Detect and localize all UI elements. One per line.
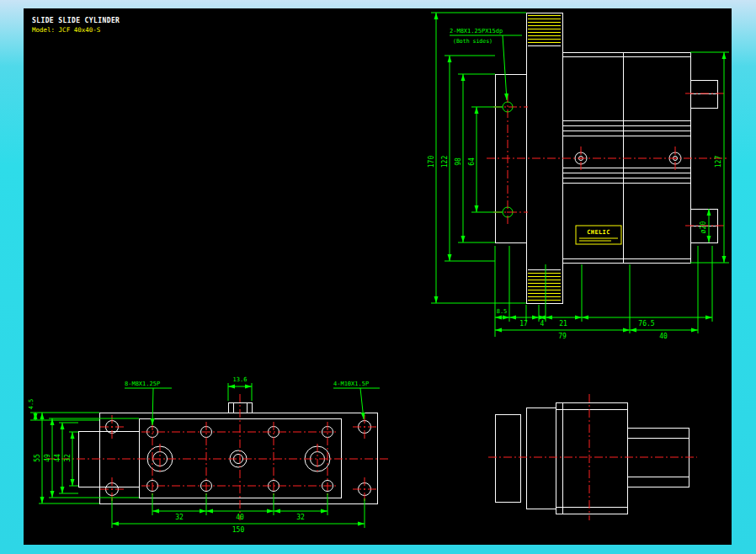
dim-4-label: 4 (540, 320, 545, 328)
dim-64-label: 64 (468, 157, 476, 166)
dim-49-label: 49 (44, 454, 51, 462)
dim-44-label: 44 (54, 454, 61, 462)
cad-screenshot: SLIDE SLIDE CYLINDER Model: JCF 40x40-S (0, 0, 756, 554)
dim-55-label: 55 (34, 454, 41, 462)
dim-40-label: 40 (236, 514, 244, 521)
dim-98-label: 98 (455, 157, 462, 166)
dim-21-label: 21 (559, 320, 567, 328)
m8-callout-label: 8-M8X1.25P (125, 381, 160, 387)
dim-17-label: 17 (519, 320, 528, 328)
dim-122-label: 122 (441, 156, 449, 168)
dim-rod-dia-label: ø20 (700, 221, 707, 234)
thread-callout-note: (Both sides) (453, 38, 492, 45)
dim-8-5-label: 8.5 (497, 308, 508, 315)
dim-150-label: 150 (232, 526, 245, 534)
dim-32a-label: 32 (175, 514, 184, 521)
model-label: Model: JCF 40x40-S (32, 26, 101, 34)
dim-4-5-label: 4.5 (28, 399, 35, 410)
dim-40-label: 40 (659, 333, 668, 340)
brand-label-text: CHELIC (587, 229, 610, 236)
dim-32-left-label: 32 (64, 454, 72, 462)
dim-76-5-label: 76.5 (638, 320, 654, 328)
dim-79-label: 79 (558, 333, 567, 340)
dim-32b-label: 32 (296, 514, 305, 521)
m10-callout-label: 4-M10X1.5P (333, 381, 369, 387)
thread-callout-label: 2-M8X1.25PX15dp (450, 28, 503, 35)
drawing-title: SLIDE SLIDE CYLINDER (32, 17, 120, 24)
dim-170-label: 170 (428, 156, 435, 168)
dim-13-6-label: 13.6 (233, 376, 248, 383)
dim-127-label: 127 (715, 156, 722, 168)
